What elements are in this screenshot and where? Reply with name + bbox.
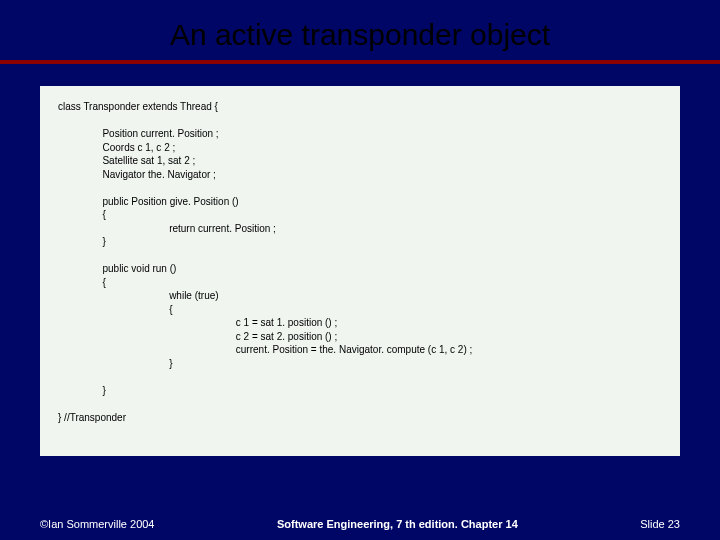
footer-copyright: ©Ian Sommerville 2004 [0, 518, 155, 530]
footer-slide-number: Slide 23 [640, 518, 720, 530]
footer-chapter: Software Engineering, 7 th edition. Chap… [155, 518, 641, 530]
footer: ©Ian Sommerville 2004 Software Engineeri… [0, 518, 720, 530]
title-area: An active transponder object [0, 0, 720, 60]
horizontal-rule [0, 60, 720, 64]
slide-title: An active transponder object [0, 18, 720, 52]
code-listing: class Transponder extends Thread { Posit… [58, 100, 662, 424]
code-box: class Transponder extends Thread { Posit… [40, 86, 680, 456]
